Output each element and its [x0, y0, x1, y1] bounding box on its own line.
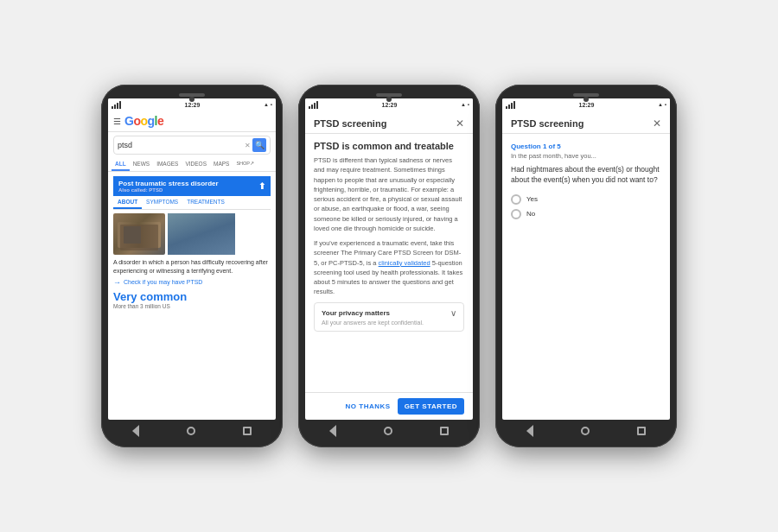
modal-paragraph-2: If you've experienced a traumatic event,…	[314, 238, 464, 297]
kp-image-1	[113, 213, 165, 255]
privacy-chevron-icon[interactable]: ∨	[450, 308, 456, 318]
logo-e: e	[157, 114, 163, 128]
modal-footer: NO THANKS GET STARTED	[305, 392, 473, 420]
question-progress: Question 1 of 5	[511, 142, 661, 150]
question-content: Question 1 of 5 In the past month, have …	[502, 134, 670, 420]
google-toolbar: ☰ Google	[108, 111, 276, 132]
bar4	[119, 101, 121, 109]
get-started-button[interactable]: GET STARTED	[398, 398, 464, 415]
hamburger-menu-icon[interactable]: ☰	[113, 117, 121, 126]
tab-all[interactable]: ALL	[112, 158, 130, 171]
question-header: PTSD screening ✕	[502, 111, 670, 134]
battery-icon-3: ▪	[665, 102, 666, 107]
modal-close-button[interactable]: ✕	[456, 117, 464, 130]
phone-3-bottom	[502, 420, 670, 439]
phone-1-camera	[189, 97, 194, 102]
back-button-2[interactable]	[329, 425, 336, 437]
kp-description: A disorder in which a person has difficu…	[113, 258, 271, 276]
kp-subtitle: Also called: PTSD	[118, 187, 219, 193]
kp-title-bar: Post traumatic stress disorder Also call…	[113, 176, 271, 196]
bar2	[114, 104, 116, 109]
search-bar[interactable]: ptsd ✕ 🔍	[113, 136, 271, 155]
scene: 12:29 ▲ ▪ ☰ Google ptsd ✕ 🔍	[84, 67, 694, 465]
share-icon[interactable]: ⬆	[258, 181, 265, 191]
question-close-button[interactable]: ✕	[653, 117, 661, 130]
tab-images[interactable]: IMAGES	[153, 158, 182, 171]
phone-2-screen: 12:29 ▲ ▪ PTSD screening ✕ PTSD is commo…	[305, 98, 473, 420]
question-text: Had nightmares about the event(s) or tho…	[511, 165, 661, 186]
phone-2-time: 12:29	[382, 102, 398, 108]
recents-button-3[interactable]	[637, 427, 646, 435]
search-clear-icon[interactable]: ✕	[245, 142, 251, 149]
img-figure	[124, 226, 141, 244]
recents-button-2[interactable]	[440, 427, 449, 435]
clinically-validated-link[interactable]: clinically validated	[379, 259, 430, 267]
question-context: In the past month, have you...	[511, 152, 661, 160]
search-tabs: ALL NEWS IMAGES VIDEOS MAPS SHOP↗	[108, 158, 276, 172]
kp-tabs: ABOUT SYMPTOMS TREATMENTS	[113, 196, 271, 210]
home-button-2[interactable]	[384, 427, 392, 435]
phone-3-screen: 12:29 ▲ ▪ PTSD screening ✕ Question 1 of…	[502, 98, 670, 420]
privacy-text: All your answers are kept confidential.	[322, 320, 456, 326]
home-button-3[interactable]	[581, 427, 590, 435]
kp-title-text: Post traumatic stress disorder Also call…	[118, 180, 219, 193]
question-modal-title: PTSD screening	[511, 118, 584, 129]
kp-images	[113, 213, 271, 255]
recents-button[interactable]	[243, 427, 252, 435]
kp-tab-symptoms[interactable]: SYMPTOMS	[142, 196, 182, 209]
radio-yes-icon[interactable]	[511, 194, 521, 205]
home-button[interactable]	[187, 427, 195, 435]
phone-2-bottom	[305, 420, 473, 439]
phone-1-bottom	[108, 420, 276, 439]
img-car	[118, 222, 161, 248]
signal-bars-2	[309, 101, 318, 109]
wifi-icon-2: ▲	[461, 102, 466, 107]
logo-g2: g	[148, 114, 155, 128]
kp-tab-about[interactable]: ABOUT	[113, 196, 142, 209]
kp-tab-treatments[interactable]: TREATMENTS	[182, 196, 229, 209]
option-yes[interactable]: Yes	[511, 194, 661, 205]
bar3	[117, 103, 118, 109]
radio-no-label: No	[526, 210, 535, 218]
kp-title-main: Post traumatic stress disorder	[118, 180, 219, 187]
option-no[interactable]: No	[511, 209, 661, 219]
knowledge-panel: Post traumatic stress disorder Also call…	[108, 172, 276, 314]
modal-title: PTSD screening	[314, 118, 386, 129]
radio-no-icon[interactable]	[511, 209, 521, 219]
phone-2: 12:29 ▲ ▪ PTSD screening ✕ PTSD is commo…	[298, 85, 480, 447]
battery-icon: ▪	[271, 102, 272, 107]
search-button[interactable]: 🔍	[252, 138, 266, 152]
battery-icon-2: ▪	[468, 102, 469, 107]
tab-news[interactable]: NEWS	[130, 158, 154, 171]
privacy-section: Your privacy matters ∨ All your answers …	[314, 302, 464, 332]
signal-bars	[112, 101, 121, 109]
privacy-header: Your privacy matters ∨	[322, 308, 456, 318]
kp-very-common: Very common	[113, 290, 271, 303]
privacy-title: Your privacy matters	[322, 309, 390, 317]
phone-2-camera	[386, 97, 392, 102]
modal-paragraph-1: PTSD is different than typical sadness o…	[314, 155, 464, 233]
arrow-icon: →	[113, 278, 121, 287]
radio-yes-label: Yes	[526, 195, 538, 203]
kp-link-text: Check if you may have PTSD	[124, 279, 202, 285]
back-button[interactable]	[132, 425, 139, 437]
no-thanks-button[interactable]: NO THANKS	[346, 402, 391, 410]
wifi-icon: ▲	[264, 102, 269, 107]
phone-1-time: 12:29	[185, 102, 201, 108]
wifi-icon-3: ▲	[658, 102, 663, 107]
signal-bars-3	[506, 101, 515, 109]
search-query: ptsd	[118, 141, 245, 149]
kp-link[interactable]: → Check if you may have PTSD	[113, 278, 271, 287]
bar1	[112, 106, 113, 109]
back-button-3[interactable]	[526, 425, 533, 437]
tab-maps[interactable]: MAPS	[210, 158, 233, 171]
tab-videos[interactable]: VIDEOS	[182, 158, 210, 171]
search-icon: 🔍	[255, 141, 265, 149]
phone-3: 12:29 ▲ ▪ PTSD screening ✕ Question 1 of…	[495, 85, 677, 447]
kp-image-2	[168, 213, 235, 255]
phone-1: 12:29 ▲ ▪ ☰ Google ptsd ✕ 🔍	[101, 85, 283, 447]
phone-3-time: 12:29	[579, 102, 595, 108]
kp-common-sub: More than 3 million US	[113, 303, 271, 309]
logo-o2: o	[140, 114, 147, 128]
tab-shop[interactable]: SHOP↗	[233, 158, 258, 171]
